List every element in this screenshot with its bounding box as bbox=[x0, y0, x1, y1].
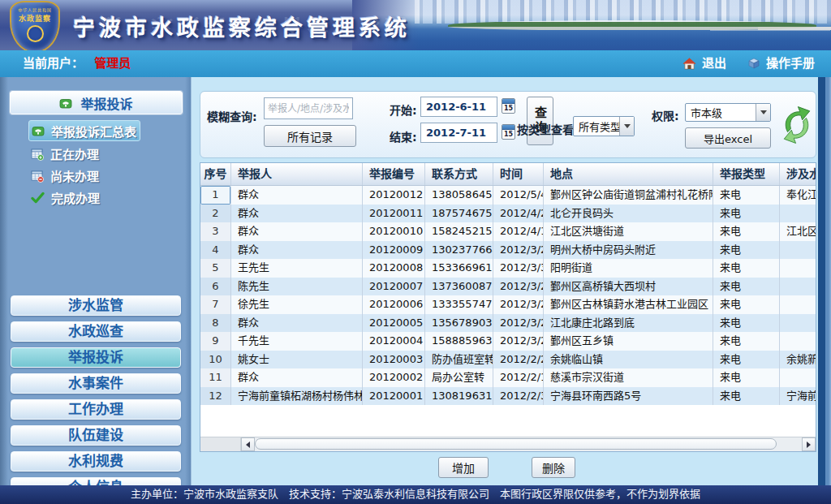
table-cell: 13805864528 bbox=[425, 186, 493, 205]
column-header[interactable]: 举报人 bbox=[231, 163, 363, 185]
app-logo-badge: 中华人民共和国 水政监察 bbox=[10, 1, 60, 51]
export-excel-button[interactable]: 导出excel bbox=[685, 127, 771, 149]
refresh-icon[interactable] bbox=[780, 104, 814, 146]
type-filter-select[interactable]: 所有类型 bbox=[573, 116, 635, 136]
sidebar-nav-item[interactable]: 工作办理 bbox=[11, 399, 181, 420]
sidebar-nav-item[interactable]: 水利规费 bbox=[11, 451, 181, 472]
start-date-input[interactable] bbox=[420, 97, 497, 117]
table-cell: 20120012 bbox=[363, 186, 425, 205]
table-cell: 5 bbox=[200, 259, 231, 278]
column-header[interactable]: 序号 bbox=[200, 163, 231, 185]
table-cell: 陈先生 bbox=[231, 278, 363, 296]
table-cell: 北仑开良码头 bbox=[544, 205, 713, 223]
column-header[interactable]: 举报编号 bbox=[363, 163, 425, 185]
scroll-right-button[interactable] bbox=[802, 437, 816, 451]
column-header[interactable]: 联系方式 bbox=[425, 163, 493, 185]
sidebar-nav-item[interactable]: 涉水监管 bbox=[11, 295, 181, 316]
table-row[interactable]: 4群众20120009130237766492012/3/29明州大桥中房码头附… bbox=[200, 241, 816, 260]
chevron-down-icon bbox=[619, 117, 634, 136]
table-cell: 20120006 bbox=[363, 295, 425, 314]
current-user-label: 当前用户： bbox=[23, 56, 84, 71]
sidebar-nav-item[interactable]: 水政巡查 bbox=[11, 321, 181, 342]
scroll-left-button[interactable] bbox=[241, 437, 255, 451]
arrow-left-icon bbox=[246, 442, 250, 448]
table-row[interactable]: 2群众20120011187574675372012/4/23北仑开良码头来电 bbox=[200, 205, 816, 223]
table-cell bbox=[780, 295, 816, 314]
sidebar-section-header[interactable]: 举报投诉 bbox=[10, 91, 183, 114]
badge-mid-text: 水政监察 bbox=[11, 13, 58, 24]
table-header: 序号举报人举报编号联系方式时间地点举报类型涉及水域 bbox=[200, 163, 816, 186]
table-cell: 7 bbox=[200, 295, 231, 314]
table-cell: 来电 bbox=[713, 351, 780, 369]
all-records-button[interactable]: 所有记录 bbox=[264, 125, 356, 147]
table-cell: 宁海前溪 bbox=[780, 387, 816, 406]
page-title-reflection: 宁波市水政监察综合管理系统 bbox=[73, 14, 411, 37]
sidebar-nav-item[interactable]: 水事案件 bbox=[11, 373, 181, 394]
calendar-icon[interactable]: 15 bbox=[502, 98, 515, 114]
table-cell: 鄞州区五乡镇 bbox=[544, 332, 713, 351]
table-cell: 20120003 bbox=[363, 351, 425, 369]
check-icon bbox=[31, 192, 45, 204]
table-cell: 15888596325 bbox=[425, 332, 493, 351]
table-cell: 鄞州区高桥镇大西坝村 bbox=[544, 278, 713, 296]
end-date-input[interactable] bbox=[420, 123, 497, 143]
scrollbar-thumb[interactable] bbox=[255, 438, 777, 450]
sidebar-item-report-summary[interactable]: 举报投诉汇总表 bbox=[28, 120, 140, 141]
table-row[interactable]: 6陈先生20120007137360087292012/3/29鄞州区高桥镇大西… bbox=[200, 278, 816, 296]
table-row[interactable]: 5王先生20120008153366961212012/3/31阳明街道来电 bbox=[200, 259, 816, 278]
table-row[interactable]: 3群众20120010158245215972012/4/17江北区洪塘街道来电… bbox=[200, 222, 816, 241]
permission-select[interactable]: 市本级 bbox=[685, 103, 771, 122]
manual-link[interactable]: 操作手册 bbox=[766, 50, 815, 76]
column-header[interactable]: 地点 bbox=[544, 163, 713, 185]
logout-link[interactable]: 退出 bbox=[702, 50, 726, 76]
table-row[interactable]: 8群众20120005135678903902012/3/26江北康庄北路到底来… bbox=[200, 314, 816, 333]
table-cell: 20120007 bbox=[363, 278, 425, 296]
scrollbar-track[interactable] bbox=[777, 437, 802, 451]
fuzzy-search-input[interactable] bbox=[264, 97, 353, 119]
table-row[interactable]: 1群众20120012138058645282012/5/4鄞州区钟公庙街道铜盆… bbox=[200, 186, 816, 205]
sidebar-item-completed[interactable]: 完成办理 bbox=[0, 187, 192, 209]
sidebar-nav-item[interactable]: 队伍建设 bbox=[11, 425, 181, 446]
type-filter-value: 所有类型 bbox=[574, 118, 619, 134]
table-cell: 来电 bbox=[713, 205, 780, 223]
table-row[interactable]: 7徐先生20120006133355747782012/3/29鄞州区古林镇葑水… bbox=[200, 295, 816, 314]
table-row[interactable]: 12宁海前童镇柘湖杨村杨伟林20120001130819631762012/2/… bbox=[200, 387, 816, 406]
content-area: 模糊查询: 所有记录 开始: 15 结束: 15 查询 按类型查看: bbox=[192, 77, 831, 485]
sidebar-item-label: 举报投诉汇总表 bbox=[51, 123, 136, 140]
sidebar-section-title: 举报投诉 bbox=[80, 93, 132, 113]
table-cell: 13736008729 bbox=[425, 278, 493, 296]
table-cell: 来电 bbox=[713, 387, 780, 406]
table-cell: 来电 bbox=[713, 278, 780, 296]
calendar-icon[interactable]: 15 bbox=[502, 124, 515, 140]
window-right-frame bbox=[818, 77, 831, 485]
home-icon[interactable] bbox=[682, 58, 696, 70]
column-header[interactable]: 举报类型 bbox=[713, 163, 780, 185]
delete-button[interactable]: 删除 bbox=[532, 457, 575, 478]
sidebar-item-in-progress[interactable]: 正在办理 bbox=[0, 143, 192, 165]
table-cell: 群众 bbox=[231, 222, 363, 241]
table-cell: 江北区洪塘街道 bbox=[544, 222, 713, 241]
sidebar-nav-item[interactable]: 举报投诉 bbox=[11, 347, 181, 368]
footer: 主办单位：宁波市水政监察支队 技术支持：宁波弘泰水利信息科技有限公司 本图行政区… bbox=[0, 485, 831, 504]
column-header[interactable]: 时间 bbox=[493, 163, 544, 185]
user-bar-actions: 退出 操作手册 bbox=[682, 50, 820, 76]
table-cell: 20120009 bbox=[363, 241, 425, 260]
table-cell: 9 bbox=[200, 332, 231, 351]
table-row[interactable]: 11群众20120002局办公室转2012/2/10慈溪市宗汉街道来电 bbox=[200, 368, 816, 387]
sidebar-item-label: 尚未办理 bbox=[50, 167, 99, 184]
table-row[interactable]: 9千先生20120004158885963252012/3/23鄞州区五乡镇来电 bbox=[200, 332, 816, 351]
table-cell: 来电 bbox=[713, 332, 780, 351]
table-cell bbox=[780, 314, 816, 333]
arrow-right-icon bbox=[807, 442, 811, 448]
table-cell bbox=[780, 278, 816, 296]
table-cell: 2012/3/31 bbox=[493, 259, 544, 278]
horizontal-scrollbar[interactable] bbox=[200, 437, 816, 451]
column-header[interactable]: 涉及水域 bbox=[780, 163, 816, 185]
table-cell: 13567890390 bbox=[425, 314, 493, 333]
manual-icon[interactable] bbox=[747, 57, 760, 70]
table-row[interactable]: 10姚女士20120003防办值班室转2012/2/23余姚临山镇来电余姚新奄 bbox=[200, 351, 816, 369]
table-cell: 1 bbox=[200, 186, 231, 205]
table-cell: 13335574778 bbox=[425, 295, 493, 314]
add-button[interactable]: 增加 bbox=[438, 457, 489, 478]
sidebar-item-pending[interactable]: 尚未办理 bbox=[0, 165, 192, 187]
